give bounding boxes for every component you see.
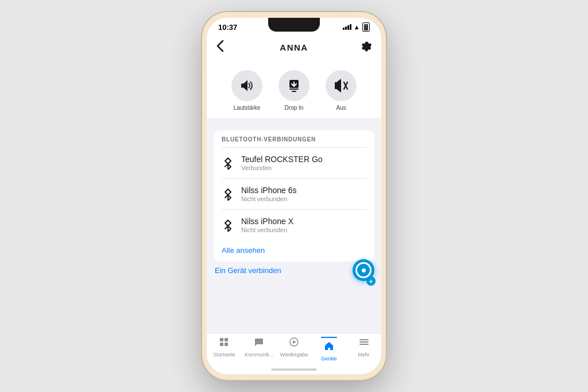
spacer <box>207 118 381 124</box>
device-2-info: Nilss iPhone 6s Nicht verbunden <box>241 186 366 202</box>
lautstaerke-label: Lautstärke <box>234 105 261 111</box>
home-indicator-area <box>207 366 381 374</box>
lautstaerke-circle <box>231 70 262 101</box>
action-aus[interactable]: Aus <box>326 70 357 111</box>
app-content: ANNA <box>207 34 381 374</box>
status-time: 10:37 <box>218 23 237 32</box>
phone-frame: 10:37 ▲ ▓ ANNA <box>202 12 386 380</box>
device-1-name: Teufel ROCKSTER Go <box>241 155 366 164</box>
fab-inner <box>355 262 372 278</box>
svg-rect-7 <box>220 338 223 341</box>
bottom-connect-area: Ein Gerät verbinden + <box>214 265 374 275</box>
tab-bar: Startseite Kommunik... <box>207 333 381 366</box>
app-header: ANNA <box>207 34 381 61</box>
tab-mehr[interactable]: Mehr <box>346 337 381 362</box>
startseite-icon <box>219 337 229 350</box>
dropin-circle <box>278 70 310 101</box>
tab-startseite[interactable]: Startseite <box>207 337 242 362</box>
bluetooth-icon-2 <box>222 188 234 201</box>
status-icons: ▲ ▓ <box>343 22 370 32</box>
bluetooth-device-1[interactable]: Teufel ROCKSTER Go Verbunden <box>214 148 374 178</box>
ein-gerat-link[interactable]: Ein Gerät verbinden <box>214 263 283 278</box>
bluetooth-device-3[interactable]: Nilss iPhone X Nicht verbunden <box>214 210 374 240</box>
phone-screen: 10:37 ▲ ▓ ANNA <box>207 18 381 374</box>
svg-rect-10 <box>225 343 228 346</box>
fab-button[interactable] <box>353 259 374 281</box>
actions-row: Lautstärke Drop In <box>207 61 381 118</box>
device-2-status: Nicht verbunden <box>241 195 366 202</box>
device-3-info: Nilss iPhone X Nicht verbunden <box>241 217 366 233</box>
aus-label: Aus <box>336 105 346 111</box>
wiedergabe-icon <box>289 337 299 350</box>
tab-mehr-label: Mehr <box>358 352 370 358</box>
action-lautstaerke[interactable]: Lautstärke <box>231 70 262 111</box>
action-dropin[interactable]: Drop In <box>278 70 310 111</box>
notch <box>268 18 320 32</box>
device-1-info: Teufel ROCKSTER Go Verbunden <box>241 155 366 171</box>
bluetooth-icon-3 <box>222 219 234 232</box>
page-title: ANNA <box>280 43 308 52</box>
bluetooth-section: BLUETOOTH-VERBINDUNGEN Teufel ROCKSTER G… <box>207 124 381 333</box>
device-1-status: Verbunden <box>241 164 366 171</box>
kommunikation-icon <box>254 337 264 350</box>
settings-button[interactable] <box>356 40 372 55</box>
device-2-name: Nilss iPhone 6s <box>241 186 366 195</box>
wifi-icon: ▲ <box>354 24 360 30</box>
tab-startseite-label: Startseite <box>213 352 235 358</box>
alle-ansehen-link[interactable]: Alle ansehen <box>214 240 374 262</box>
tab-kommunikation-label: Kommunik... <box>245 352 273 358</box>
device-3-status: Nicht verbunden <box>241 226 366 233</box>
signal-bars-icon <box>343 24 351 30</box>
bluetooth-icon-1 <box>222 157 234 170</box>
svg-rect-9 <box>220 343 223 346</box>
bluetooth-section-title: BLUETOOTH-VERBINDUNGEN <box>214 130 374 147</box>
mehr-icon <box>359 337 369 350</box>
bluetooth-device-2[interactable]: Nilss iPhone 6s Nicht verbunden <box>214 179 374 209</box>
back-button[interactable] <box>216 40 232 55</box>
tab-wiedergabe-label: Wiedergabe <box>280 352 308 358</box>
tab-geraete-label: Geräte <box>321 356 337 362</box>
home-indicator <box>271 368 317 371</box>
svg-rect-8 <box>225 338 228 341</box>
battery-icon: ▓ <box>362 22 370 32</box>
tab-kommunikation[interactable]: Kommunik... <box>242 337 277 362</box>
fab-dot <box>362 268 366 272</box>
dropin-label: Drop In <box>285 105 304 111</box>
aus-circle <box>326 70 357 101</box>
tab-wiedergabe[interactable]: Wiedergabe <box>277 337 312 362</box>
tab-geraete[interactable]: Geräte <box>311 337 346 362</box>
bluetooth-card: BLUETOOTH-VERBINDUNGEN Teufel ROCKSTER G… <box>214 130 374 262</box>
geraete-icon <box>324 341 334 354</box>
device-3-name: Nilss iPhone X <box>241 217 366 226</box>
tab-active-indicator <box>321 337 337 338</box>
